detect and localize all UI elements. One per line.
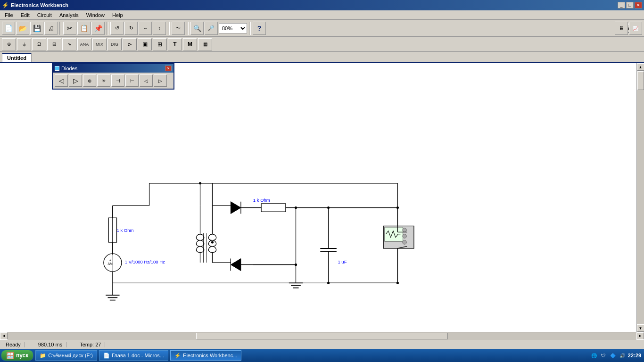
- diodes-titlebar: Diodes ×: [53, 64, 173, 73]
- monitor-icon[interactable]: 🖥: [615, 22, 628, 35]
- diode-btn-1[interactable]: ◁: [55, 74, 68, 87]
- tray-bluetooth: 🔷: [609, 352, 617, 359]
- svg-point-30: [211, 241, 214, 243]
- taskbar-item-word[interactable]: 📄 Глава 1.doc - Micros...: [99, 350, 168, 361]
- toolbar2: ⊕ ⏚ Ω ⊟ ∿ ANA MIX DIG ⊳ ▣ ⊞ T M ▦: [0, 37, 644, 52]
- word-icon: 📄: [103, 353, 110, 359]
- title-bar: ⚡ Electronics Workbench _ □ ✕: [0, 0, 644, 10]
- menu-window[interactable]: Window: [83, 11, 108, 19]
- app-icon: ⚡: [2, 2, 9, 8]
- diodes-title-text: Diodes: [61, 66, 77, 71]
- canvas-area[interactable]: Diodes × ◁ ▷ ⊕ ✳ ⊣ ⊢ ◁ ▷: [0, 63, 636, 332]
- scroll-thumb[interactable]: [637, 71, 644, 90]
- zoom-in-button[interactable]: 🔍: [190, 22, 204, 35]
- status-time: 980.10 ms: [34, 342, 66, 347]
- svg-text:AM: AM: [108, 262, 113, 265]
- ewb-label: Electronics Workbenc...: [183, 353, 237, 358]
- menu-bar: File Edit Circuit Analysis Window Help: [0, 10, 644, 20]
- capacitor-button[interactable]: ⊟: [47, 38, 61, 50]
- waveform-icon[interactable]: 📈: [629, 22, 642, 35]
- diode-btn-4[interactable]: ✳: [97, 74, 110, 87]
- zoom-select[interactable]: 25% 50% 75% 80% 100% 125% 150% 200%: [219, 23, 247, 33]
- digital-button[interactable]: DIG: [107, 38, 122, 50]
- minimize-button[interactable]: _: [618, 2, 625, 8]
- svg-text:+: +: [109, 259, 111, 262]
- rotate-cw-button[interactable]: ↻: [124, 22, 138, 35]
- diodes-window: Diodes × ◁ ▷ ⊕ ✳ ⊣ ⊢ ◁ ▷: [52, 63, 174, 90]
- text-button[interactable]: T: [168, 38, 182, 50]
- menu-analysis[interactable]: Analysis: [56, 11, 83, 19]
- ground-button[interactable]: ⏚: [17, 38, 31, 50]
- diode-btn-3[interactable]: ⊕: [83, 74, 96, 87]
- diode-btn-8[interactable]: ▷: [154, 74, 167, 87]
- taskbar-clock: 22:29: [628, 353, 641, 358]
- copy-button[interactable]: 📋: [77, 22, 91, 35]
- save-button[interactable]: 💾: [30, 22, 43, 35]
- paste-button[interactable]: 📌: [91, 22, 105, 35]
- diode-btn-6[interactable]: ⊢: [125, 74, 139, 87]
- hscroll-track[interactable]: [8, 332, 636, 340]
- tray-network: 🌐: [590, 352, 598, 359]
- scope-button[interactable]: ▦: [198, 38, 212, 50]
- diode-btn-7[interactable]: ◁: [140, 74, 153, 87]
- bottom-scrollbar[interactable]: ◄ ►: [0, 332, 644, 339]
- menu-edit[interactable]: Edit: [17, 11, 33, 19]
- separator1: [59, 22, 61, 35]
- svg-rect-0: [45, 63, 591, 332]
- taskbar-item-ewb[interactable]: ⚡ Electronics Workbenc...: [170, 350, 241, 361]
- scroll-right-button[interactable]: ►: [636, 332, 644, 340]
- title-bar-left: ⚡ Electronics Workbench: [2, 2, 68, 8]
- open-button[interactable]: 📂: [16, 22, 29, 35]
- rotate-ccw-button[interactable]: ↺: [110, 22, 124, 35]
- flip-v-button[interactable]: ↕: [153, 22, 166, 35]
- inductor-button[interactable]: ∿: [62, 38, 76, 50]
- title-bar-controls: _ □ ✕: [618, 2, 642, 8]
- multimeter-button[interactable]: M: [183, 38, 197, 50]
- misc-button[interactable]: ⊞: [153, 38, 167, 50]
- diode-btn-2[interactable]: ▷: [69, 74, 82, 87]
- zoom-out-button[interactable]: 🔎: [205, 22, 218, 35]
- status-temp: Temp: 27: [76, 342, 105, 347]
- menu-file[interactable]: File: [1, 11, 17, 19]
- wire-button[interactable]: 〜: [172, 22, 185, 35]
- scroll-track[interactable]: [637, 71, 644, 324]
- start-icon: 🪟: [6, 352, 14, 359]
- tray-volume: 🔊: [619, 352, 626, 359]
- mixed-button[interactable]: MIX: [92, 38, 107, 50]
- help-button[interactable]: ?: [253, 22, 266, 35]
- close-button[interactable]: ✕: [635, 2, 642, 8]
- separator4: [187, 22, 189, 35]
- svg-text:1 uF: 1 uF: [338, 259, 347, 264]
- menu-help[interactable]: Help: [108, 11, 127, 19]
- source-button[interactable]: ⊕: [2, 38, 16, 50]
- diodes-close-button[interactable]: ×: [165, 66, 172, 71]
- start-button[interactable]: 🪟 пуск: [1, 350, 33, 361]
- hscroll-thumb[interactable]: [196, 333, 448, 339]
- resistor-button[interactable]: Ω: [32, 38, 46, 50]
- diodes-title-content: Diodes: [55, 66, 77, 71]
- analog-button[interactable]: ANA: [77, 38, 91, 50]
- ewb-icon: ⚡: [174, 353, 181, 359]
- print-button[interactable]: 🖨: [44, 22, 58, 35]
- indicator-button[interactable]: ▣: [138, 38, 152, 50]
- cut-button[interactable]: ✂: [63, 22, 76, 35]
- separator5: [249, 22, 251, 35]
- diode-btn-5[interactable]: ⊣: [111, 74, 124, 87]
- right-scrollbar[interactable]: ▲ ▼: [636, 63, 644, 332]
- scroll-down-button[interactable]: ▼: [637, 324, 644, 332]
- tab-untitled[interactable]: Untitled: [2, 53, 32, 62]
- svg-point-67: [403, 240, 407, 245]
- status-bar: Ready 980.10 ms Temp: 27: [0, 339, 644, 349]
- logic-button[interactable]: ⊳: [123, 38, 137, 50]
- new-button[interactable]: 📄: [2, 22, 15, 35]
- flip-h-button[interactable]: ↔: [139, 22, 152, 35]
- taskbar: 🪟 пуск 📁 Съёмный диск (F:) 📄 Глава 1.doc…: [0, 349, 644, 362]
- scroll-left-button[interactable]: ◄: [0, 332, 8, 340]
- drive-label: Съёмный диск (F:): [48, 353, 93, 358]
- taskbar-item-drive[interactable]: 📁 Съёмный диск (F:): [35, 350, 97, 361]
- menu-circuit[interactable]: Circuit: [33, 11, 56, 19]
- app: ⚡ Electronics Workbench _ □ ✕ File Edit …: [0, 0, 644, 362]
- maximize-button[interactable]: □: [626, 2, 634, 8]
- scroll-up-button[interactable]: ▲: [637, 63, 644, 71]
- separator3: [168, 22, 170, 35]
